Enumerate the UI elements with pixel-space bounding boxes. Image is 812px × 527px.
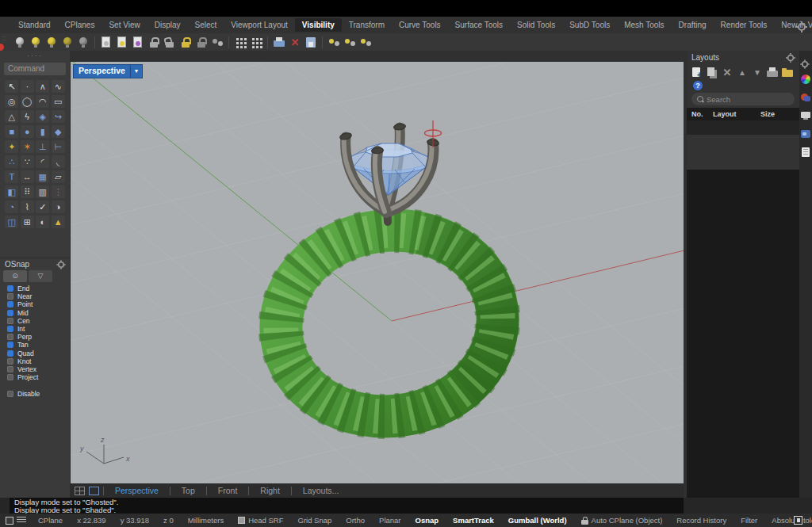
menu-tab[interactable]: Transform bbox=[342, 18, 392, 32]
layer-off-icon[interactable] bbox=[343, 36, 357, 49]
status-bar-item[interactable]: Grid Snap bbox=[291, 516, 339, 525]
checkbox-icon[interactable] bbox=[7, 285, 13, 292]
osnap-option[interactable]: Near bbox=[0, 292, 70, 300]
rotate-tool-icon[interactable]: ◔ bbox=[5, 200, 18, 213]
cylinder-tool-icon[interactable]: ▮ bbox=[36, 125, 49, 138]
osnap-option[interactable]: Project bbox=[0, 373, 70, 381]
unlock-selected-icon[interactable] bbox=[194, 36, 209, 49]
patch-tool-icon[interactable]: ◈ bbox=[36, 110, 49, 123]
mirror-tool-icon[interactable]: ◐ bbox=[36, 216, 49, 228]
polygon-tool-icon[interactable]: △ bbox=[5, 110, 18, 123]
split-viewport-icon[interactable] bbox=[75, 487, 85, 495]
status-bar-item[interactable]: z 0 bbox=[156, 516, 181, 525]
status-bar-item[interactable]: Record History bbox=[669, 516, 733, 525]
osnap-option[interactable]: Quad bbox=[0, 349, 70, 357]
osnap-option[interactable]: End bbox=[0, 285, 70, 292]
checkbox-icon[interactable] bbox=[7, 301, 13, 307]
status-bar-item[interactable]: x 22.839 bbox=[70, 516, 113, 525]
menu-tab[interactable]: CPlanes bbox=[58, 18, 102, 32]
rendering-panel-icon[interactable] bbox=[800, 110, 811, 121]
osnap-disable-option[interactable]: Disable bbox=[0, 390, 70, 398]
viewport-tab[interactable]: Right bbox=[248, 487, 291, 495]
panel-corner-icon[interactable] bbox=[794, 516, 802, 525]
checkbox-icon[interactable] bbox=[7, 334, 13, 340]
swap-hidden-icon[interactable] bbox=[60, 36, 75, 49]
pointer-tool-icon[interactable]: ↖ bbox=[5, 80, 18, 93]
hide-swap-icon[interactable] bbox=[76, 36, 90, 49]
separator[interactable] bbox=[320, 36, 325, 49]
isolate-lock-icon[interactable] bbox=[233, 36, 247, 49]
checkbox-icon[interactable] bbox=[7, 293, 13, 300]
separator[interactable] bbox=[92, 36, 98, 49]
open-folder-icon[interactable] bbox=[780, 66, 795, 79]
panel-settings-gear-icon[interactable] bbox=[800, 55, 811, 67]
menu-gear-icon[interactable] bbox=[798, 20, 806, 34]
grid-array-tool-icon[interactable]: ▥ bbox=[36, 185, 49, 198]
group-tool-icon[interactable]: ∴ bbox=[5, 155, 18, 168]
dimension-tool-icon[interactable]: ↔ bbox=[21, 170, 34, 183]
check-tool-icon[interactable]: ✓ bbox=[36, 200, 49, 213]
status-bar-item[interactable]: Planar bbox=[372, 516, 408, 525]
blend-tool-icon[interactable]: ↪ bbox=[52, 110, 65, 123]
layouts-gear-icon[interactable] bbox=[787, 54, 795, 61]
layouts-table-body[interactable] bbox=[687, 120, 799, 135]
menu-tab[interactable]: Set View bbox=[102, 18, 147, 32]
status-bar-item[interactable]: Auto CPlane (Object) bbox=[574, 516, 670, 525]
separator[interactable] bbox=[226, 36, 232, 49]
menu-tab[interactable]: Visibility bbox=[295, 18, 342, 32]
status-bar-item[interactable]: SmartTrack bbox=[446, 516, 501, 525]
join-tool-icon[interactable]: ⊢ bbox=[52, 140, 65, 153]
column-header-no[interactable]: No. bbox=[691, 110, 713, 118]
help-icon[interactable]: ? bbox=[693, 81, 703, 90]
layer-isolate-icon[interactable] bbox=[358, 36, 373, 49]
materials-panel-icon[interactable] bbox=[800, 92, 811, 103]
layouts-search-input[interactable]: Search bbox=[691, 93, 795, 105]
lock-swap-icon[interactable] bbox=[178, 36, 193, 49]
hide-objects-icon[interactable] bbox=[13, 36, 27, 49]
boolean-tool-icon[interactable]: ✦ bbox=[5, 140, 18, 153]
osnap-option[interactable]: Cen bbox=[0, 317, 70, 325]
array-tool-icon[interactable]: ⠿ bbox=[21, 185, 34, 198]
menu-tab[interactable]: SubD Tools bbox=[562, 18, 617, 32]
osnap-option[interactable]: Tan bbox=[0, 341, 70, 349]
new-layout-icon[interactable] bbox=[690, 66, 704, 79]
menu-tab[interactable]: Surface Tools bbox=[448, 18, 510, 32]
osnap-filter-tab[interactable]: ▽ bbox=[29, 270, 52, 282]
bend-tool-icon[interactable]: ⌇ bbox=[21, 200, 34, 213]
point-tool-icon[interactable]: · bbox=[21, 80, 34, 93]
shade-tool-icon[interactable]: ◑ bbox=[52, 200, 65, 213]
menu-tab[interactable]: Mesh Tools bbox=[617, 18, 671, 32]
print-layout-icon[interactable] bbox=[765, 66, 779, 79]
osnap-option[interactable]: Int bbox=[0, 325, 70, 333]
viewport-tab[interactable]: Layouts... bbox=[291, 487, 350, 495]
viewport-tab[interactable]: Front bbox=[206, 487, 249, 495]
perspective-viewport[interactable]: Perspective ▼ bbox=[70, 62, 684, 483]
command-input[interactable]: Command bbox=[4, 63, 66, 75]
cap-tool-icon[interactable]: ◫ bbox=[5, 216, 18, 228]
history-grip[interactable]: ⋮ bbox=[11, 499, 17, 503]
cone-tool-icon[interactable]: ▲ bbox=[52, 216, 65, 228]
delete-hidden-icon[interactable]: ✕ bbox=[288, 36, 302, 49]
checkbox-icon[interactable] bbox=[7, 374, 13, 380]
isolate-objects-icon[interactable] bbox=[210, 36, 224, 49]
osnap-gear-icon[interactable] bbox=[58, 262, 64, 268]
unlock-objects-icon[interactable] bbox=[163, 36, 177, 49]
layouts-panel-icon[interactable] bbox=[800, 147, 811, 158]
display-panel-icon[interactable] bbox=[800, 74, 811, 85]
unisolate-icon[interactable] bbox=[249, 36, 263, 49]
checkbox-icon[interactable] bbox=[7, 342, 13, 348]
single-viewport-icon[interactable] bbox=[89, 487, 99, 495]
menu-tab[interactable]: Standard bbox=[11, 18, 58, 32]
checkbox-icon[interactable] bbox=[7, 310, 13, 316]
column-header-layout[interactable]: Layout bbox=[713, 110, 760, 118]
hatch-tool-icon[interactable]: ▦ bbox=[36, 170, 49, 183]
command-list-icon[interactable] bbox=[17, 517, 26, 524]
ellipse-tool-icon[interactable]: ◯ bbox=[21, 95, 34, 108]
chamfer-tool-icon[interactable]: ◟ bbox=[52, 155, 65, 168]
checkbox-icon[interactable] bbox=[7, 318, 13, 324]
status-bar-item[interactable]: y 33.918 bbox=[113, 516, 156, 525]
command-history[interactable]: ⋮ Display mode set to "Ghosted". Display… bbox=[10, 498, 684, 514]
copy-layout-icon[interactable] bbox=[705, 66, 719, 79]
sidebar-grip[interactable]: ···· bbox=[0, 51, 70, 61]
lock-objects-icon[interactable] bbox=[147, 36, 161, 49]
